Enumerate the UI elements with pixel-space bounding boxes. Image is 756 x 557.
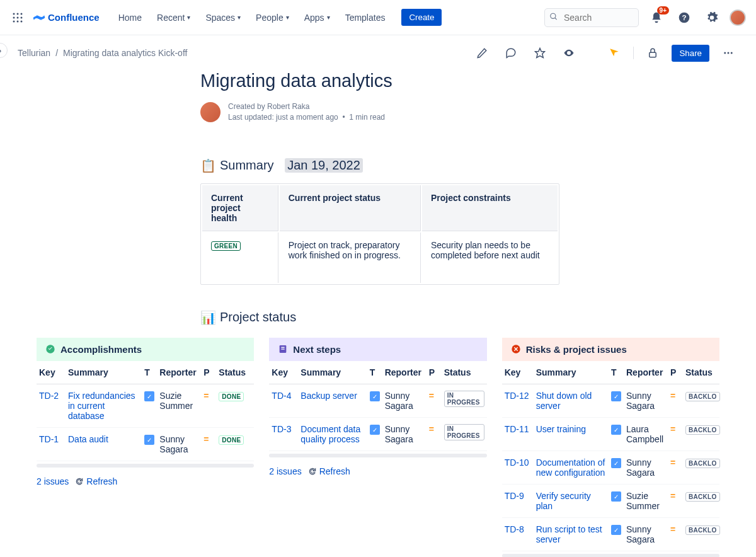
health-lozenge: GREEN xyxy=(211,241,241,251)
user-avatar[interactable] xyxy=(730,9,746,26)
issue-key[interactable]: TD-3 xyxy=(272,424,291,434)
share-button[interactable]: Share xyxy=(672,45,709,62)
svg-point-16 xyxy=(728,52,730,54)
summary-status-text: Project on track, preparatory work finis… xyxy=(280,233,421,283)
page-header-bar: Tellurian / Migrating data analytics Kic… xyxy=(0,35,756,71)
notifications-icon[interactable]: 9+ xyxy=(646,8,667,28)
svg-rect-20 xyxy=(282,347,285,348)
priority-icon: = xyxy=(429,391,434,401)
svg-point-8 xyxy=(21,20,23,22)
scrollbar[interactable] xyxy=(502,554,719,557)
table-row: TD-10Documentation of new configuration✓… xyxy=(502,451,719,484)
issue-key[interactable]: TD-11 xyxy=(505,424,529,434)
issue-summary[interactable]: Fix redundancies in current database xyxy=(68,391,135,421)
issue-summary[interactable]: User training xyxy=(536,424,586,434)
top-nav: Confluence Home Recent▾ Spaces▾ People▾ … xyxy=(0,0,756,35)
priority-icon: = xyxy=(670,457,675,468)
nextsteps-count: 2 issues xyxy=(269,466,301,476)
nav-item-people[interactable]: People▾ xyxy=(249,10,295,25)
search-input[interactable] xyxy=(544,8,639,27)
refresh-button[interactable]: Refresh xyxy=(308,466,350,476)
issue-reporter: Sunny Sagara xyxy=(624,451,668,484)
issue-key[interactable]: TD-10 xyxy=(505,457,529,468)
summary-col-health: Current project health xyxy=(202,185,278,231)
table-row: TD-12Shut down old server✓Sunny Sagara=B… xyxy=(502,384,719,417)
chevron-down-icon: ▾ xyxy=(327,14,330,21)
issue-key[interactable]: TD-12 xyxy=(505,391,529,401)
scrollbar[interactable] xyxy=(269,454,486,457)
nav-item-apps[interactable]: Apps▾ xyxy=(298,10,336,25)
svg-point-4 xyxy=(17,16,19,18)
svg-point-7 xyxy=(17,20,19,22)
svg-point-17 xyxy=(731,52,733,54)
presence-icon[interactable] xyxy=(604,43,624,63)
refresh-icon xyxy=(75,477,84,486)
star-icon[interactable] xyxy=(530,43,550,63)
issue-summary[interactable]: Documentation of new configuration xyxy=(536,457,605,478)
issue-summary[interactable]: Backup server xyxy=(301,391,357,401)
nav-item-home[interactable]: Home xyxy=(112,10,148,25)
byline: Created by Robert Raka Last updated: jus… xyxy=(228,101,385,123)
author-avatar[interactable] xyxy=(200,102,220,122)
svg-point-1 xyxy=(17,13,19,14)
accomplishments-title: Accomplishments xyxy=(60,344,142,355)
table-row: TD-4Backup server✓Sunny Sagara=IN PROGRE… xyxy=(269,384,486,417)
issue-key[interactable]: TD-8 xyxy=(505,524,524,534)
help-icon[interactable]: ? xyxy=(674,8,694,28)
status-lozenge: IN PROGRES xyxy=(444,424,484,440)
priority-icon: = xyxy=(203,434,209,444)
more-actions-icon[interactable] xyxy=(718,43,738,63)
priority-icon: = xyxy=(670,424,675,434)
watch-icon[interactable] xyxy=(559,43,579,63)
risks-title: Risks & project issues xyxy=(526,344,627,355)
issue-reporter: Suzie Summer xyxy=(157,384,201,427)
app-switcher-icon[interactable] xyxy=(10,10,25,25)
notification-badge: 9+ xyxy=(657,6,669,14)
create-button[interactable]: Create xyxy=(401,9,442,26)
nextsteps-title: Next steps xyxy=(293,344,341,355)
issue-key[interactable]: TD-2 xyxy=(39,391,59,401)
page-title: Migrating data analytics xyxy=(200,71,719,91)
status-lozenge: BACKLO xyxy=(685,392,720,401)
summary-constraints-text: Security plan needs to be completed befo… xyxy=(422,233,558,283)
table-row: TD-2Fix redundancies in current database… xyxy=(37,384,254,427)
project-status-heading: 📊 Project status xyxy=(200,310,719,325)
nav-item-recent[interactable]: Recent▾ xyxy=(151,10,197,25)
svg-point-6 xyxy=(13,20,15,22)
svg-point-0 xyxy=(13,13,15,14)
status-lozenge: BACKLO xyxy=(685,525,720,535)
brand-logo[interactable]: Confluence xyxy=(33,11,100,24)
breadcrumb-page[interactable]: Migrating data analytics Kick-off xyxy=(63,48,187,58)
issue-summary[interactable]: Run script to test server xyxy=(536,524,602,544)
issue-key[interactable]: TD-4 xyxy=(272,391,291,401)
issue-key[interactable]: TD-9 xyxy=(505,491,524,501)
issue-summary[interactable]: Verify security plan xyxy=(536,491,591,511)
issue-reporter: Sunny Sagara xyxy=(624,384,668,417)
svg-point-2 xyxy=(21,13,23,14)
issue-reporter: Suzie Summer xyxy=(624,484,668,517)
task-type-icon: ✓ xyxy=(611,525,621,535)
accomplishments-panel: Accomplishments Key Summary T Reporter P… xyxy=(37,338,254,557)
accomplishments-count: 2 issues xyxy=(37,476,69,486)
restrictions-icon[interactable] xyxy=(643,43,663,63)
nav-item-templates[interactable]: Templates xyxy=(339,10,392,25)
summary-table: Current project health Current project s… xyxy=(200,183,559,285)
refresh-button[interactable]: Refresh xyxy=(75,476,117,486)
priority-icon: = xyxy=(670,391,675,401)
nav-item-spaces[interactable]: Spaces▾ xyxy=(199,10,247,25)
status-lozenge: BACKLO xyxy=(685,492,720,502)
settings-icon[interactable] xyxy=(702,8,722,28)
breadcrumb-space[interactable]: Tellurian xyxy=(18,48,50,58)
scrollbar[interactable] xyxy=(37,464,254,468)
confluence-icon xyxy=(33,11,45,24)
edit-icon[interactable] xyxy=(472,43,492,63)
issue-reporter: Laura Campbell xyxy=(624,417,668,451)
issue-summary[interactable]: Document data quality process xyxy=(301,424,360,444)
task-type-icon: ✓ xyxy=(370,425,380,435)
issue-summary[interactable]: Data audit xyxy=(68,434,108,444)
svg-marker-13 xyxy=(536,49,545,58)
issue-summary[interactable]: Shut down old server xyxy=(536,391,592,411)
issue-key[interactable]: TD-1 xyxy=(39,434,59,444)
status-lozenge: BACKLO xyxy=(685,459,720,468)
comment-icon[interactable] xyxy=(501,43,521,63)
